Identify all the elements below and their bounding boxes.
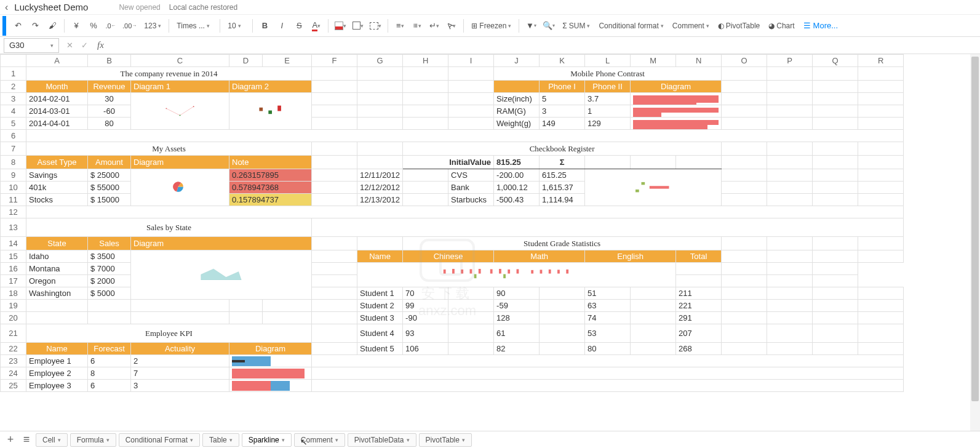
cell[interactable]: Name: [357, 250, 403, 263]
v-align-button[interactable]: ≡▾: [409, 18, 425, 34]
cell[interactable]: Sales: [88, 237, 131, 250]
cell[interactable]: 12/12/2012: [357, 182, 403, 194]
col-header[interactable]: R: [858, 55, 904, 67]
sum-dropdown[interactable]: Σ SUM▾: [559, 22, 594, 30]
title-revenue[interactable]: The company revenue in 2014: [26, 67, 312, 81]
name-box[interactable]: G30▾: [4, 38, 59, 53]
tab-formula[interactable]: Formula▾: [70, 433, 116, 447]
cell[interactable]: 815.25: [494, 156, 540, 169]
vertical-scrollbar[interactable]: [970, 54, 980, 431]
cell[interactable]: 221: [676, 300, 722, 312]
row-header[interactable]: 17: [1, 275, 26, 287]
sparkline-hbar[interactable]: [631, 105, 722, 118]
sparkline-bullet[interactable]: [229, 355, 312, 367]
col-header[interactable]: D: [229, 55, 263, 67]
cell[interactable]: Phone II: [585, 81, 631, 93]
cell[interactable]: 291: [676, 312, 722, 324]
row-header[interactable]: 2: [1, 81, 26, 93]
cell[interactable]: Chinese: [403, 250, 494, 263]
cell[interactable]: 6: [88, 380, 131, 392]
col-header[interactable]: O: [722, 55, 767, 67]
cell[interactable]: Employee 3: [26, 380, 88, 392]
cell[interactable]: 1: [585, 105, 631, 118]
col-header[interactable]: Q: [813, 55, 858, 67]
cell[interactable]: Name: [26, 343, 88, 355]
cell[interactable]: 70: [403, 287, 448, 300]
cell[interactable]: Diagram 1: [131, 81, 229, 93]
h-align-button[interactable]: ≡▾: [392, 18, 408, 34]
tab-table[interactable]: Table▾: [202, 433, 239, 447]
row-header[interactable]: 3: [1, 93, 26, 105]
sparkline-bullet[interactable]: [229, 367, 312, 380]
cell[interactable]: Bank: [448, 182, 494, 194]
col-header[interactable]: C: [131, 55, 229, 67]
row-header[interactable]: 9: [1, 169, 26, 182]
cell[interactable]: -60: [88, 105, 131, 118]
spreadsheet-grid[interactable]: A B C D E F G H I J K L M N O P Q R 1 Th…: [0, 54, 904, 392]
cell[interactable]: Diagram: [229, 343, 312, 355]
cell[interactable]: Montana: [26, 263, 88, 275]
cell[interactable]: 7: [131, 367, 229, 380]
cell[interactable]: $ 15000: [88, 194, 131, 206]
cell[interactable]: 1,615.37: [540, 182, 585, 194]
cell[interactable]: 90: [494, 287, 540, 300]
cell[interactable]: CVS: [448, 169, 494, 182]
title-kpi[interactable]: Employee KPI: [26, 324, 312, 343]
cell[interactable]: 80: [88, 118, 131, 130]
cell[interactable]: Diagram: [131, 156, 229, 169]
col-header[interactable]: H: [403, 55, 448, 67]
cell[interactable]: InitialValue: [403, 156, 494, 169]
row-header[interactable]: 19: [1, 300, 26, 312]
cell[interactable]: $ 5000: [88, 287, 131, 300]
percent-button[interactable]: %: [86, 18, 102, 34]
conditional-format-dropdown[interactable]: Conditional format▾: [595, 22, 667, 30]
cell[interactable]: 82: [494, 343, 540, 355]
title-sales[interactable]: Sales by State: [26, 218, 312, 237]
cell[interactable]: 53: [585, 324, 631, 343]
sparkline-bullet[interactable]: [229, 380, 312, 392]
cell[interactable]: 1,000.12: [494, 182, 540, 194]
tab-pivottable[interactable]: PivotTable▾: [419, 433, 472, 447]
sparkline-hbar[interactable]: [631, 118, 722, 130]
cell[interactable]: $ 2000: [88, 275, 131, 287]
cell[interactable]: 106: [403, 343, 448, 355]
cell[interactable]: Diagram: [631, 81, 722, 93]
chart-button[interactable]: ◕ Chart: [765, 22, 798, 30]
cell[interactable]: 51: [585, 287, 631, 300]
cell[interactable]: 0.263157895: [229, 169, 312, 182]
cell[interactable]: -500.43: [494, 194, 540, 206]
col-header[interactable]: M: [631, 55, 676, 67]
col-header[interactable]: E: [263, 55, 312, 67]
cell[interactable]: Phone I: [540, 81, 585, 93]
col-header[interactable]: P: [767, 55, 813, 67]
text-wrap-button[interactable]: ↵▾: [426, 18, 442, 34]
row-header[interactable]: 7: [1, 142, 26, 156]
cell[interactable]: 12/13/2012: [357, 194, 403, 206]
col-header[interactable]: I: [448, 55, 494, 67]
formula-input[interactable]: [104, 38, 980, 53]
row-header[interactable]: 14: [1, 237, 26, 250]
font-family-dropdown[interactable]: Times ...▾: [173, 22, 216, 30]
add-sheet-icon[interactable]: +: [4, 433, 17, 447]
cell[interactable]: Diagram: [131, 237, 312, 250]
cell[interactable]: Diagram 2: [229, 81, 312, 93]
cell[interactable]: 3.7: [585, 93, 631, 105]
col-header[interactable]: A: [26, 55, 88, 67]
number-format-dropdown[interactable]: 123▾: [140, 22, 165, 30]
accept-formula-icon[interactable]: ✓: [79, 41, 90, 50]
cell[interactable]: Employee 1: [26, 355, 88, 367]
font-size-dropdown[interactable]: 10▾: [224, 22, 249, 30]
cell[interactable]: Size(inch): [494, 93, 540, 105]
cell[interactable]: 5: [540, 93, 585, 105]
sparkline-winloss[interactable]: [585, 169, 722, 206]
sparkline-line[interactable]: [131, 93, 229, 130]
cell[interactable]: -59: [494, 300, 540, 312]
row-header[interactable]: 16: [1, 263, 26, 275]
cell[interactable]: 1,114.94: [540, 194, 585, 206]
cell[interactable]: 2014-03-01: [26, 105, 88, 118]
cell[interactable]: Total: [676, 250, 722, 263]
cell[interactable]: 0.157894737: [229, 194, 312, 206]
title-assets[interactable]: My Assets: [26, 142, 312, 156]
sheet-area[interactable]: A B C D E F G H I J K L M N O P Q R 1 Th…: [0, 54, 980, 434]
col-header[interactable]: N: [676, 55, 722, 67]
